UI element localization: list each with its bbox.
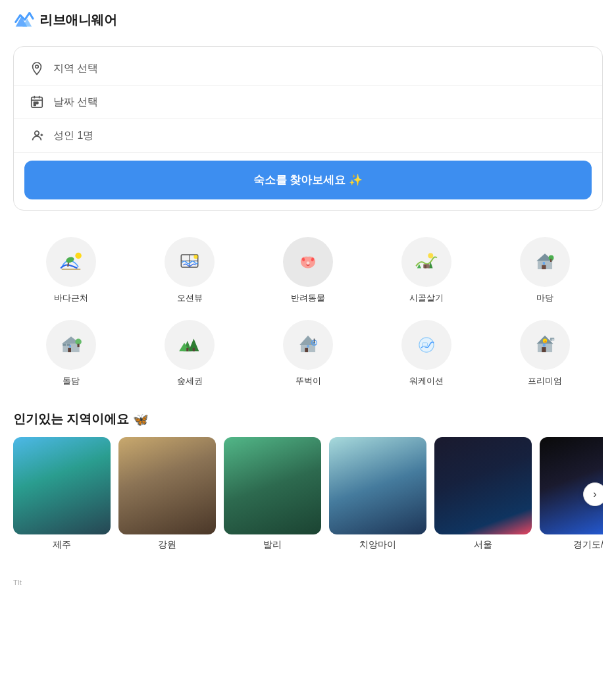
category-label-forest: 숲세권 bbox=[177, 375, 203, 387]
popular-title-text: 인기있는 지역이에요 bbox=[13, 411, 129, 428]
category-icon-ocean-view bbox=[165, 237, 215, 287]
region-name-jeju: 제주 bbox=[13, 539, 111, 551]
category-icon-workcation bbox=[401, 320, 451, 370]
location-row[interactable]: 지역 선택 bbox=[14, 52, 602, 86]
popular-section: 인기있는 지역이에요 🦋 제주강원발리치앙마이›서울경기도/ bbox=[13, 411, 603, 551]
location-label: 지역 선택 bbox=[53, 62, 98, 76]
region-image-jeju bbox=[13, 437, 111, 534]
category-label-remote: 뚜벅이 bbox=[295, 375, 321, 387]
svg-rect-49 bbox=[307, 345, 309, 348]
category-item-rural[interactable]: 시골살기 bbox=[369, 232, 484, 309]
category-item-workcation[interactable]: 워케이션 bbox=[369, 315, 484, 392]
search-button[interactable]: 숙소를 찾아보세요 ✨ bbox=[24, 161, 592, 199]
category-grid: 바다근처 오션뷰 반려동물 시골살기 마당 돌담 bbox=[13, 232, 603, 392]
category-icon-forest bbox=[165, 320, 215, 370]
svg-point-13 bbox=[75, 253, 81, 259]
svg-point-19 bbox=[193, 255, 197, 259]
svg-rect-36 bbox=[63, 344, 66, 346]
guest-label: 성인 1명 bbox=[53, 129, 93, 143]
popular-scroll: 제주강원발리치앙마이›서울경기도/ bbox=[13, 437, 603, 551]
svg-rect-27 bbox=[543, 262, 545, 265]
bottom-hint: TIt bbox=[0, 572, 616, 593]
region-photo-jeju bbox=[13, 437, 111, 534]
category-item-yard[interactable]: 마당 bbox=[487, 232, 603, 309]
svg-rect-26 bbox=[542, 265, 546, 269]
svg-rect-57 bbox=[543, 344, 546, 346]
svg-rect-35 bbox=[78, 344, 80, 347]
svg-rect-7 bbox=[34, 102, 36, 104]
next-button[interactable]: › bbox=[583, 482, 603, 506]
search-box: 지역 선택 날짜 선택 성인 1명 숙소를 찾아보세요 ✨ bbox=[13, 46, 603, 211]
category-item-beach[interactable]: 바다근처 bbox=[13, 232, 129, 309]
svg-rect-41 bbox=[186, 348, 188, 351]
category-section: 바다근처 오션뷰 반려동물 시골살기 마당 돌담 bbox=[13, 232, 603, 392]
region-photo-gangwon bbox=[118, 437, 216, 534]
region-card-bali[interactable]: 발리 bbox=[224, 437, 321, 551]
category-icon-premium: ★ ⊕ bbox=[520, 320, 570, 370]
guest-row[interactable]: 성인 1명 bbox=[14, 119, 602, 153]
region-card-jeju[interactable]: 제주 bbox=[13, 437, 111, 551]
region-image-chiangmai bbox=[329, 437, 426, 534]
svg-point-2 bbox=[36, 65, 39, 68]
category-label-ocean-view: 오션뷰 bbox=[177, 292, 203, 304]
region-photo-bali bbox=[224, 437, 321, 534]
app-header: 리브애니웨어 bbox=[0, 0, 616, 39]
category-icon-yard bbox=[520, 237, 570, 287]
region-name-bali: 발리 bbox=[224, 539, 321, 551]
svg-rect-51 bbox=[423, 343, 428, 347]
svg-point-14 bbox=[65, 256, 75, 264]
svg-rect-9 bbox=[34, 105, 36, 106]
svg-rect-23 bbox=[424, 265, 426, 269]
app-logo-text: 리브애니웨어 bbox=[39, 11, 116, 29]
svg-text:⊕: ⊕ bbox=[552, 338, 554, 342]
guest-icon bbox=[30, 128, 44, 143]
svg-point-20 bbox=[307, 261, 310, 265]
svg-rect-42 bbox=[193, 348, 195, 351]
category-icon-stone-wall bbox=[46, 320, 96, 370]
bottom-text: TIt bbox=[13, 579, 22, 586]
region-card-gangwon[interactable]: 강원 bbox=[118, 437, 216, 551]
category-item-ocean-view[interactable]: 오션뷰 bbox=[132, 232, 247, 309]
popular-emoji: 🦋 bbox=[133, 412, 149, 427]
category-icon-rural bbox=[401, 237, 451, 287]
category-label-yard: 마당 bbox=[536, 292, 553, 304]
calendar-icon bbox=[30, 95, 44, 109]
region-photo-seoul bbox=[434, 437, 532, 534]
category-item-pet[interactable]: 반려동물 bbox=[250, 232, 366, 309]
category-label-beach: 바다근처 bbox=[54, 292, 88, 304]
category-item-remote[interactable]: 뚜벅이 bbox=[250, 315, 366, 392]
region-photo-chiangmai bbox=[329, 437, 426, 534]
category-label-stone-wall: 돌담 bbox=[63, 375, 80, 387]
region-image-bali bbox=[224, 437, 321, 534]
category-icon-beach bbox=[46, 237, 96, 287]
location-icon bbox=[30, 61, 44, 76]
region-image-seoul bbox=[434, 437, 532, 534]
region-name-seoul: 서울 bbox=[434, 539, 532, 551]
region-card-chiangmai[interactable]: 치앙마이 bbox=[329, 437, 426, 551]
svg-rect-37 bbox=[67, 344, 70, 346]
svg-point-10 bbox=[35, 131, 39, 135]
svg-rect-45 bbox=[305, 348, 308, 352]
category-label-premium: 프리미엄 bbox=[528, 375, 562, 387]
svg-text:★: ★ bbox=[544, 340, 547, 344]
region-image-gangwon bbox=[118, 437, 216, 534]
svg-rect-29 bbox=[550, 259, 552, 262]
svg-rect-32 bbox=[68, 348, 71, 352]
svg-rect-56 bbox=[542, 347, 546, 352]
search-btn-wrap: 숙소를 찾아보세요 ✨ bbox=[14, 153, 602, 205]
category-item-premium[interactable]: ★ ⊕ 프리미엄 bbox=[487, 315, 603, 392]
region-name-chiangmai: 치앙마이 bbox=[329, 539, 426, 551]
region-name-gangwon: 강원 bbox=[118, 539, 216, 551]
category-item-forest[interactable]: 숲세권 bbox=[132, 315, 247, 392]
category-icon-pet bbox=[283, 237, 333, 287]
popular-title: 인기있는 지역이에요 🦋 bbox=[13, 411, 603, 428]
date-row[interactable]: 날짜 선택 bbox=[14, 86, 602, 119]
category-label-pet: 반려동물 bbox=[291, 292, 325, 304]
category-icon-remote bbox=[283, 320, 333, 370]
category-item-stone-wall[interactable]: 돌담 bbox=[13, 315, 129, 392]
category-label-workcation: 워케이션 bbox=[409, 375, 444, 387]
svg-point-21 bbox=[428, 253, 433, 259]
date-label: 날짜 선택 bbox=[53, 95, 98, 109]
logo-icon bbox=[13, 11, 34, 29]
region-card-seoul[interactable]: 서울 bbox=[434, 437, 532, 551]
